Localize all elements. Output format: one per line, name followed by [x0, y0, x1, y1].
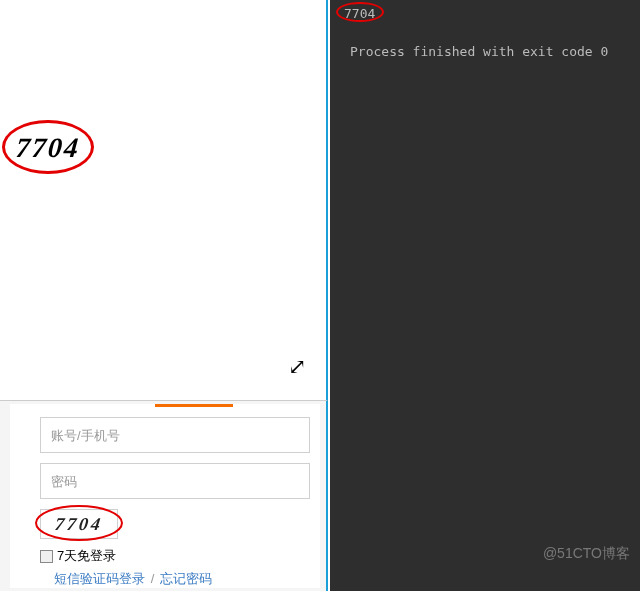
remember-label: 7天免登录 [57, 547, 116, 565]
console-process-line: Process finished with exit code 0 [340, 44, 608, 59]
password-input[interactable] [40, 463, 310, 499]
remember-row: 7天免登录 [40, 547, 320, 565]
login-form: 7704 7天免登录 短信验证码登录 / 忘记密码 [10, 404, 320, 588]
resize-handle-icon[interactable]: ⤢ [288, 354, 306, 380]
annotation-oval-1 [2, 120, 94, 174]
sms-login-link[interactable]: 短信验证码登录 [54, 571, 145, 586]
image-viewer-pane: 7704 ⤢ [0, 0, 328, 400]
captcha-small-text: 7704 [54, 514, 105, 535]
captcha-image-small[interactable]: 7704 [40, 509, 118, 539]
login-form-pane: 7704 7天免登录 短信验证码登录 / 忘记密码 [0, 400, 328, 591]
console-pane: 7704 Process finished with exit code 0 @… [330, 0, 640, 591]
login-links: 短信验证码登录 / 忘记密码 [54, 570, 320, 588]
watermark-text: @51CTO博客 [543, 545, 630, 563]
annotation-oval-3 [336, 2, 384, 22]
link-separator: / [151, 571, 155, 586]
active-tab-underline [155, 404, 233, 407]
forgot-password-link[interactable]: 忘记密码 [160, 571, 212, 586]
remember-checkbox[interactable] [40, 550, 53, 563]
username-input[interactable] [40, 417, 310, 453]
captcha-row: 7704 [40, 509, 320, 539]
